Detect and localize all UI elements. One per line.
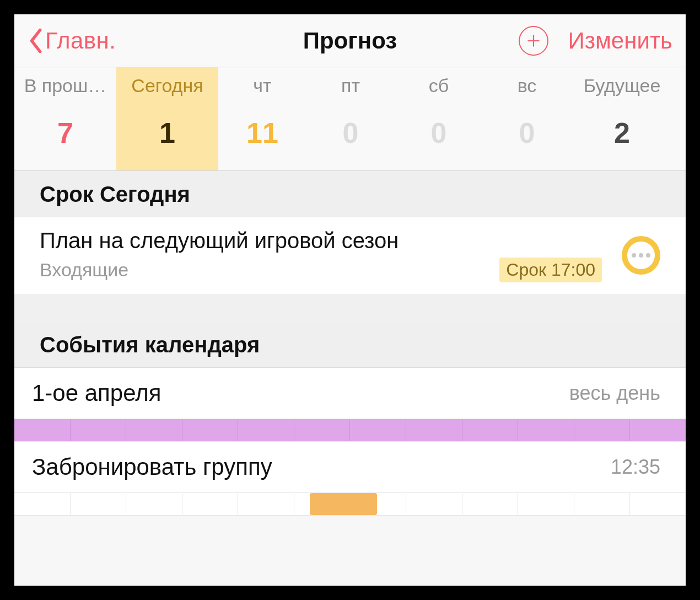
day-label: Сегодня <box>131 75 203 97</box>
section-header-due-today: Срок Сегодня <box>14 171 686 217</box>
dot-icon <box>639 253 643 258</box>
day-label: пт <box>341 75 360 97</box>
day-strip: В прош… 7 Сегодня 1 чт 11 пт 0 сб 0 вс 0… <box>14 67 686 171</box>
day-count: 2 <box>614 116 630 149</box>
edit-button[interactable]: Изменить <box>568 28 672 54</box>
day-label: Будущее <box>584 75 661 97</box>
task-row[interactable]: План на следующий игровой сезон Входящие… <box>14 217 686 295</box>
task-main: План на следующий игровой сезон Входящие… <box>40 228 609 282</box>
day-column-today[interactable]: Сегодня 1 <box>116 67 218 170</box>
task-title: План на следующий игровой сезон <box>40 228 609 253</box>
back-label: Главн. <box>45 28 116 54</box>
task-more-button[interactable] <box>622 236 660 275</box>
day-count: 11 <box>246 116 278 149</box>
day-count: 1 <box>159 116 175 149</box>
day-label: сб <box>429 75 449 97</box>
dot-icon <box>632 253 636 258</box>
day-count: 0 <box>343 116 359 149</box>
day-column-fri[interactable]: пт 0 <box>306 67 395 170</box>
chevron-left-icon <box>28 28 43 54</box>
navbar: Главн. Прогноз Изменить <box>14 14 686 67</box>
task-folder: Входящие <box>40 259 128 281</box>
forecast-screen: Главн. Прогноз Изменить В прош… 7 Сегодн… <box>14 14 686 586</box>
event-time: весь день <box>569 382 660 405</box>
add-button[interactable] <box>519 26 548 56</box>
calendar-event-row[interactable]: Забронировать группу 12:35 <box>14 442 686 516</box>
plus-icon <box>526 34 541 48</box>
dot-icon <box>646 253 650 258</box>
day-label: В прош… <box>24 75 107 97</box>
event-time: 12:35 <box>611 456 660 479</box>
event-bar-slot <box>310 493 377 515</box>
calendar-event-row[interactable]: 1-ое апреля весь день <box>14 368 686 442</box>
section-gap <box>14 295 686 322</box>
day-label: чт <box>253 75 271 97</box>
back-button[interactable]: Главн. <box>28 28 116 54</box>
task-sub: Входящие Срок 17:00 <box>40 258 609 282</box>
page-title: Прогноз <box>303 28 397 54</box>
day-column-thu[interactable]: чт 11 <box>218 67 306 170</box>
event-timeline <box>14 419 686 442</box>
day-count: 0 <box>431 116 447 149</box>
event-title: 1-ое апреля <box>32 380 161 406</box>
day-count: 7 <box>57 116 73 149</box>
section-header-calendar: События календаря <box>14 322 686 368</box>
task-due-badge: Срок 17:00 <box>499 258 602 282</box>
day-column-past[interactable]: В прош… 7 <box>14 67 116 170</box>
day-count: 0 <box>519 116 535 149</box>
day-label: вс <box>518 75 537 97</box>
day-column-sun[interactable]: вс 0 <box>483 67 571 170</box>
day-column-sat[interactable]: сб 0 <box>395 67 483 170</box>
event-title: Забронировать группу <box>32 454 272 480</box>
day-column-future[interactable]: Будущее 2 <box>571 67 673 170</box>
event-timeline <box>14 492 686 516</box>
